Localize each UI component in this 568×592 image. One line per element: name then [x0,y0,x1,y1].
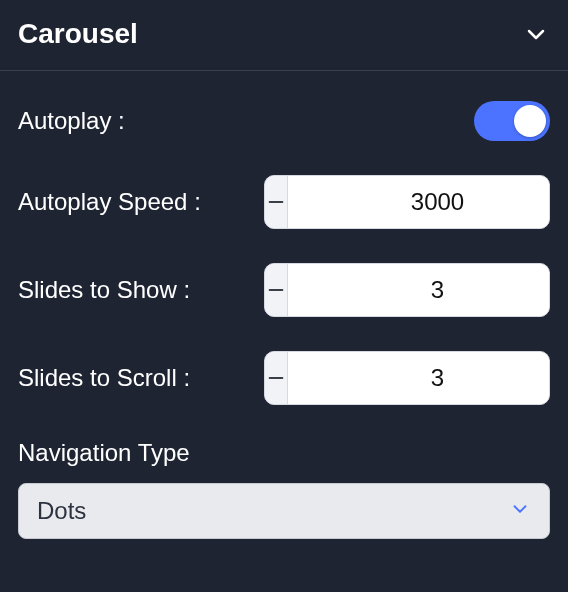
carousel-panel: Carousel Autoplay : Autoplay Speed : [0,0,568,592]
navigation-type-select[interactable]: Dots [18,483,550,539]
navigation-type-block: Navigation Type Dots [18,439,550,539]
slides-to-scroll-label: Slides to Scroll : [18,364,190,392]
minus-icon [265,191,287,213]
panel-title: Carousel [18,18,138,50]
navigation-type-label: Navigation Type [18,439,550,467]
slides-to-show-decrement[interactable] [265,264,287,316]
minus-icon [265,367,287,389]
chevron-down-icon [524,22,548,46]
slides-to-scroll-row: Slides to Scroll : [18,351,550,405]
chevron-down-icon [509,498,531,524]
slides-to-show-input[interactable] [287,264,550,316]
slides-to-scroll-input[interactable] [287,352,550,404]
autoplay-speed-label: Autoplay Speed : [18,188,201,216]
slides-to-show-stepper [264,263,550,317]
slides-to-show-label: Slides to Show : [18,276,190,304]
navigation-type-value: Dots [37,497,86,525]
autoplay-speed-decrement[interactable] [265,176,287,228]
autoplay-speed-stepper [264,175,550,229]
panel-header: Carousel [0,0,568,71]
toggle-knob [514,105,546,137]
autoplay-row: Autoplay : [18,101,550,141]
slides-to-scroll-decrement[interactable] [265,352,287,404]
autoplay-speed-row: Autoplay Speed : [18,175,550,229]
autoplay-label: Autoplay : [18,107,125,135]
minus-icon [265,279,287,301]
panel-body: Autoplay : Autoplay Speed : Slides to Sh… [0,71,568,557]
collapse-toggle[interactable] [522,20,550,48]
autoplay-toggle[interactable] [474,101,550,141]
autoplay-speed-input[interactable] [287,176,550,228]
slides-to-scroll-stepper [264,351,550,405]
slides-to-show-row: Slides to Show : [18,263,550,317]
